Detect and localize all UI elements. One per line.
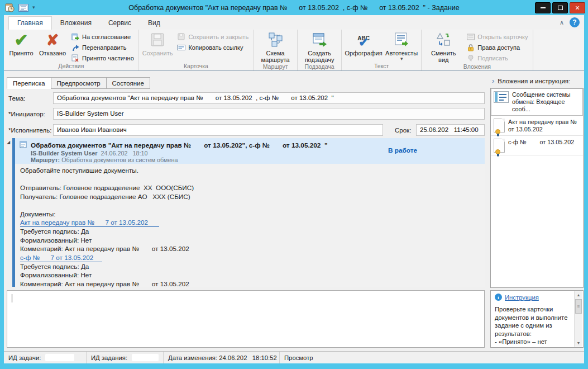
instruction-scrollbar[interactable]: ▲ ≡ ▼ bbox=[574, 291, 582, 347]
tab-correspondence[interactable]: Переписка bbox=[7, 77, 51, 89]
due-input[interactable]: 25.06.202 11:45:00 bbox=[416, 124, 485, 136]
floppy-icon bbox=[150, 32, 165, 48]
tab-preview[interactable]: Предпросмотр bbox=[51, 77, 106, 89]
attachment-item-act[interactable]: Акт на передачу прав № от 13.05.202 bbox=[491, 116, 583, 136]
scrollbar-thumb[interactable]: ≡ bbox=[575, 299, 582, 314]
exchange-message-icon bbox=[494, 91, 509, 103]
doc2-formal-line: Формализованный: Нет bbox=[20, 271, 485, 280]
access-rights-button[interactable]: Права доступа bbox=[466, 43, 528, 51]
ribbon-tab-service[interactable]: Сервис bbox=[100, 17, 140, 30]
maximize-button[interactable] bbox=[552, 2, 568, 13]
subtask-icon bbox=[311, 31, 328, 49]
subject-label: Тема: bbox=[8, 95, 25, 102]
executor-input[interactable]: Иванов Иван Иванович bbox=[53, 124, 383, 136]
close-button[interactable]: × bbox=[570, 2, 585, 13]
autotext-icon bbox=[393, 31, 410, 49]
ribbon-group-card: Сохранить Сохранить и закрыть Копировать… bbox=[139, 30, 254, 70]
scroll-up-icon[interactable]: ▲ bbox=[575, 291, 582, 299]
help-icon[interactable]: ? bbox=[570, 17, 580, 27]
document-seal-icon bbox=[494, 119, 505, 133]
body-line-receiver: Получатель: Головное подразделение АО ХХ… bbox=[20, 192, 485, 201]
save-and-close-button[interactable]: Сохранить и закрыть bbox=[177, 32, 248, 41]
instruction-link[interactable]: Инструкция bbox=[505, 294, 539, 301]
attachment-item-invoice[interactable]: с-ф № от 13.05.202 bbox=[491, 136, 583, 155]
document-seal-icon bbox=[494, 139, 505, 153]
task-window-icon[interactable] bbox=[5, 3, 15, 12]
route-label: Маршрут: bbox=[31, 157, 60, 163]
card-icon[interactable] bbox=[18, 4, 28, 12]
doc2-comment-line: Комментарий: Акт на передачу прав № от 1… bbox=[20, 280, 485, 288]
attachments-list: Сообщение системы обмена: Входящее сооб.… bbox=[490, 88, 584, 288]
message-route-line: Маршрут: Обработка документов из систем … bbox=[31, 157, 480, 163]
text-cursor bbox=[12, 294, 12, 302]
group-label-actions: Действия bbox=[6, 63, 137, 70]
document-link-act[interactable]: Акт на передачу прав № 7 от 13.05.202 bbox=[20, 219, 159, 227]
ribbon-tab-view[interactable]: Вид bbox=[140, 17, 169, 30]
group-label-subtask: Подзадача bbox=[299, 63, 340, 71]
ribbon-group-text: ABC ✔ Орфография Автотексты ▾ Текст bbox=[342, 30, 422, 70]
customize-quick-access-icon[interactable]: ▾ bbox=[32, 5, 35, 10]
minimize-button[interactable] bbox=[535, 2, 551, 13]
subject-input[interactable]: Обработка документов "Акт на передачу пр… bbox=[53, 92, 485, 104]
message-title: Обработка документов "Акт на передачу пр… bbox=[31, 141, 328, 149]
sign-button[interactable]: Подписать bbox=[466, 54, 528, 62]
panel-chevron-icon[interactable]: › bbox=[492, 78, 494, 84]
ribbon-group-route: Схема маршрута Маршрут bbox=[254, 30, 298, 70]
change-view-icon bbox=[435, 31, 452, 49]
seal-icon bbox=[466, 54, 475, 62]
body-line-sender: Отправитель: Головное подразделение ХХ О… bbox=[20, 183, 485, 192]
attachments-panel-header[interactable]: › Вложения и инструкция: bbox=[492, 78, 570, 84]
group-label-route: Маршрут bbox=[255, 63, 295, 71]
copy-link-button[interactable]: Копировать ссылку bbox=[177, 43, 248, 51]
send-for-approval-button[interactable]: На согласование bbox=[71, 32, 134, 41]
route-scheme-button[interactable]: Схема маршрута bbox=[255, 30, 295, 63]
quick-access-toolbar: ▾ bbox=[5, 3, 35, 12]
doc-cross-icon bbox=[71, 54, 79, 62]
correspondence-area: ◢ Обработка документов "Акт на передачу … bbox=[7, 138, 485, 287]
attachment-item-message[interactable]: Сообщение системы обмена: Входящее сооб.… bbox=[491, 88, 583, 116]
decline-button[interactable]: ✘ Отказано bbox=[37, 30, 68, 56]
spelling-button[interactable]: ABC ✔ Орфография bbox=[343, 30, 384, 56]
expander-icon[interactable]: ◢ bbox=[7, 140, 10, 145]
redirect-button[interactable]: Перенаправить bbox=[71, 43, 134, 51]
tab-state[interactable]: Состояние bbox=[106, 77, 150, 89]
open-card-button[interactable]: Открыть карточку bbox=[466, 32, 528, 41]
change-view-button[interactable]: Сменить вид bbox=[423, 30, 463, 63]
message-author: IS-Builder System User bbox=[31, 150, 97, 157]
minimize-icon bbox=[541, 7, 546, 8]
task-id-section: ИД задачи: bbox=[4, 352, 87, 363]
collapse-ribbon-icon[interactable]: ∧ bbox=[560, 19, 564, 26]
due-label: Срок: bbox=[395, 127, 411, 134]
status-badge: В работе bbox=[388, 146, 417, 154]
document-link-invoice[interactable]: с-ф № 7 от 13.05.202 bbox=[20, 254, 102, 262]
modified-date-section: Дата изменения: 24.06.202 18:10:52 bbox=[164, 352, 280, 363]
close-icon: × bbox=[575, 4, 580, 12]
body-line-intro: Обработайте поступившие документы. bbox=[20, 166, 485, 175]
task-item-icon bbox=[20, 140, 27, 150]
route-scheme-icon bbox=[267, 31, 284, 49]
accept-button[interactable]: ✔ Принято bbox=[6, 30, 37, 56]
view-mode-section: Просмотр bbox=[280, 352, 318, 363]
window-title: Обработка документов "Акт на передачу пр… bbox=[0, 4, 588, 12]
route-value: Обработка документов из систем обмена bbox=[60, 157, 178, 163]
message-header[interactable]: Обработка документов "Акт на передачу пр… bbox=[15, 138, 485, 164]
document-tabs: Переписка Предпросмотр Состояние bbox=[7, 77, 150, 89]
green-check-icon: ✔ bbox=[14, 32, 28, 49]
titlebar: ▾ Обработка документов "Акт на передачу … bbox=[0, 0, 588, 15]
group-label-text: Текст bbox=[343, 63, 419, 70]
initiator-input[interactable]: IS-Builder System User bbox=[53, 108, 485, 120]
status-bar: ИД задачи: ИД задания: Дата изменения: 2… bbox=[4, 351, 584, 363]
group-label-card: Карточка bbox=[141, 63, 251, 70]
scroll-down-icon[interactable]: ▼ bbox=[575, 339, 582, 347]
autotexts-button[interactable]: Автотексты ▾ bbox=[384, 30, 419, 62]
reply-text-area[interactable] bbox=[7, 290, 485, 348]
accept-partially-button[interactable]: Принято частично bbox=[71, 54, 134, 62]
doc2-sign-line: Требуется подпись: Да bbox=[20, 262, 485, 271]
create-subtask-button[interactable]: Создать подзадачу bbox=[299, 30, 340, 63]
floppy-small-icon bbox=[177, 32, 185, 41]
ribbon-tab-attachments[interactable]: Вложения bbox=[52, 17, 100, 30]
instruction-text-2: - «Принято» – нет замечаний. Документы bbox=[495, 338, 572, 348]
ribbon-tab-main[interactable]: Главная bbox=[8, 16, 52, 30]
save-button[interactable]: Сохранить bbox=[141, 30, 175, 56]
ribbon: ✔ Принято ✘ Отказано На согласование Пер… bbox=[4, 30, 584, 71]
